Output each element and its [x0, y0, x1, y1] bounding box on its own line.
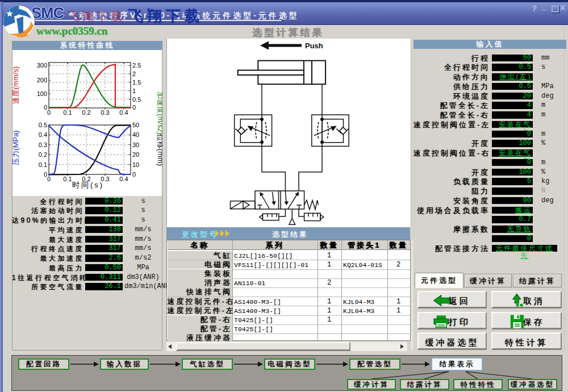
svg-text:100: 100 — [37, 90, 47, 97]
svg-text:Push: Push — [305, 41, 323, 50]
svg-text:0.4: 0.4 — [119, 176, 128, 182]
svg-text:2.5: 2.5 — [132, 62, 141, 69]
svg-text:0.5: 0.5 — [132, 96, 141, 103]
svg-text:0: 0 — [132, 104, 136, 111]
svg-text:10: 10 — [132, 161, 139, 168]
svg-text:速度(mm/s): 速度(mm/s) — [12, 66, 20, 104]
svg-text:0.3: 0.3 — [101, 109, 109, 116]
svg-text:200: 200 — [37, 77, 47, 84]
svg-text:0.1: 0.1 — [63, 109, 72, 116]
svg-text:0.4: 0.4 — [119, 109, 128, 116]
svg-text:位移(mm): 位移(mm) — [156, 134, 162, 166]
svg-text:0: 0 — [47, 176, 51, 182]
svg-text:0.2: 0.2 — [82, 109, 90, 116]
svg-text:0.5: 0.5 — [39, 122, 47, 128]
svg-text:2: 2 — [132, 70, 136, 77]
svg-text:1: 1 — [132, 87, 136, 94]
svg-text:30: 30 — [132, 141, 139, 148]
svg-text:时间(s): 时间(s) — [72, 181, 104, 189]
svg-text:0: 0 — [132, 171, 136, 178]
svg-text:0.1: 0.1 — [39, 161, 47, 168]
svg-text:0.1: 0.1 — [63, 176, 72, 182]
svg-text:0.2: 0.2 — [39, 151, 47, 158]
svg-text:0.3: 0.3 — [39, 141, 47, 148]
svg-text:40: 40 — [132, 131, 139, 138]
svg-text:50: 50 — [132, 122, 139, 128]
svg-text:1.5: 1.5 — [132, 79, 141, 86]
svg-text:0.4: 0.4 — [39, 131, 47, 138]
svg-text:0: 0 — [47, 109, 51, 116]
svg-text:20: 20 — [132, 151, 139, 158]
svg-text:压力(MPa): 压力(MPa) — [12, 130, 20, 165]
svg-text:300: 300 — [37, 62, 47, 69]
svg-text:加速度(m/s2): 加速度(m/s2) — [156, 91, 162, 135]
